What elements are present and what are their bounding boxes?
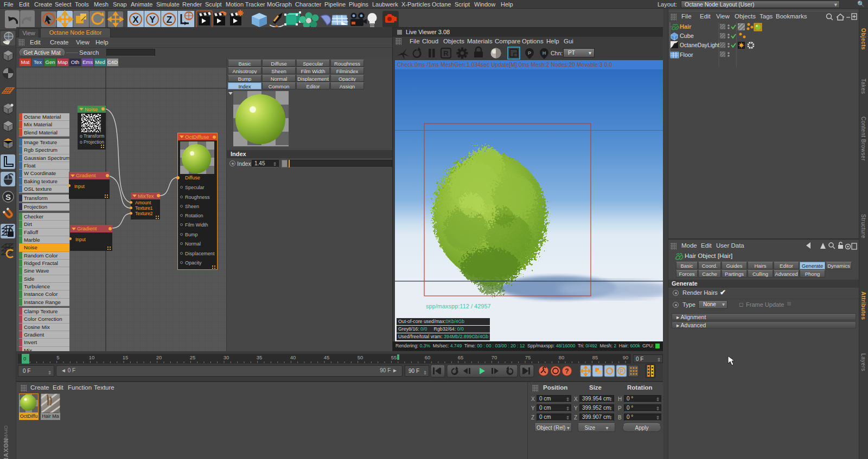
- svg-text:35: 35: [257, 354, 263, 360]
- svg-text:15: 15: [123, 354, 129, 360]
- svg-text:Hair: Hair: [680, 23, 692, 30]
- svg-text:90: 90: [623, 354, 629, 360]
- svg-text:45: 45: [324, 354, 330, 360]
- svg-text:30: 30: [224, 354, 229, 360]
- svg-text:OctaneDayLight: OctaneDayLight: [680, 42, 719, 48]
- svg-text:S: S: [5, 192, 11, 202]
- svg-text:R: R: [443, 49, 449, 57]
- svg-text:75: 75: [525, 354, 531, 360]
- svg-text:65: 65: [458, 354, 464, 360]
- svg-text:Cube: Cube: [680, 33, 694, 39]
- svg-text:70: 70: [492, 354, 497, 360]
- svg-text:Y: Y: [149, 15, 156, 25]
- svg-text:X: X: [132, 15, 139, 25]
- svg-text:Floor: Floor: [680, 51, 693, 58]
- svg-text:85: 85: [592, 354, 598, 360]
- svg-text:P: P: [620, 369, 623, 374]
- svg-text:5: 5: [56, 354, 59, 360]
- svg-text:Z: Z: [167, 15, 172, 25]
- svg-text:80: 80: [559, 354, 565, 360]
- svg-text:spp/maxspp:112 / 42957: spp/maxspp:112 / 42957: [426, 303, 491, 309]
- svg-text:40: 40: [290, 354, 296, 360]
- svg-text:55: 55: [391, 354, 397, 360]
- svg-text:60: 60: [425, 354, 431, 360]
- svg-text:P: P: [528, 50, 531, 56]
- svg-text:50: 50: [358, 354, 363, 360]
- svg-text:10: 10: [89, 354, 95, 360]
- svg-text:20: 20: [156, 354, 162, 360]
- svg-text:?: ?: [565, 367, 569, 375]
- svg-text:H: H: [542, 50, 546, 56]
- svg-text:25: 25: [190, 354, 196, 360]
